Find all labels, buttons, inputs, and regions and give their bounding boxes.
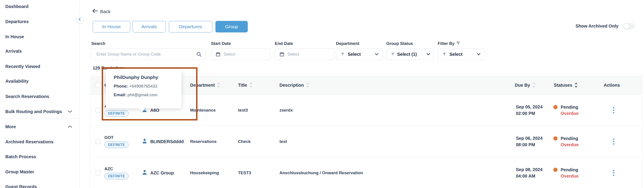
overdue-label: Overdue: [561, 142, 578, 147]
pending-dot-icon: [553, 105, 558, 109]
row-checkbox[interactable]: [96, 108, 100, 113]
status-badge: DEFINITE: [104, 173, 128, 179]
calendar-icon: [216, 52, 220, 57]
sidebar-item-dashboard[interactable]: Dashboard: [0, 3, 79, 10]
tooltip-email: Email: phil@gmail.com: [114, 92, 177, 97]
tooltip-phone: Phone: +64908765432: [114, 84, 177, 89]
select-all-checkbox[interactable]: [96, 83, 100, 88]
pending-dot-icon: [553, 168, 558, 172]
toggle-knob: [624, 24, 629, 29]
column-header-actions: Actions: [604, 75, 620, 95]
row-checkbox[interactable]: [96, 170, 100, 175]
end-date-value: Select: [288, 52, 299, 57]
group-name-cell[interactable]: BLINDERSdddd: [142, 138, 184, 145]
chevron-down-icon: [67, 109, 73, 114]
sidebar-item-more[interactable]: More: [0, 123, 79, 130]
department-label: Department: [336, 41, 360, 46]
person-icon[interactable]: [142, 138, 148, 145]
search-label: Search: [91, 41, 105, 46]
start-date-label: Start Date: [211, 41, 231, 46]
group-status-label: Group Status: [386, 41, 413, 46]
filter-by-select[interactable]: Select: [438, 48, 485, 60]
sidebar-item-recently-viewed[interactable]: Recently Viewed: [0, 63, 79, 70]
end-date-label: End Date: [275, 41, 293, 46]
statuses-cell: Pending Overdue: [553, 136, 578, 147]
tab-group[interactable]: Group: [216, 21, 248, 32]
tab-in-house[interactable]: In House: [93, 21, 130, 32]
due-by-cell: Sep 05, 2024 02:00 PM: [516, 105, 542, 116]
description-cell: test: [280, 139, 287, 144]
start-date-value: Select: [224, 52, 235, 57]
tooltip-contact-name: PhilDunphy Dunphy: [114, 75, 177, 80]
sidebar-item-bulk-routing[interactable]: Bulk Routing and Postings: [0, 108, 79, 115]
group-name-cell[interactable]: AZC Group: [142, 169, 174, 176]
title-cell: TEST3: [238, 170, 251, 175]
sidebar-item-search-reservations[interactable]: Search Reservations: [0, 93, 79, 100]
chevron-down-icon: [374, 52, 379, 57]
department-cell: Housekeeping: [190, 170, 219, 175]
status-badge: DEFINITE: [104, 142, 128, 148]
tab-departures[interactable]: Departures: [169, 21, 212, 32]
search-input[interactable]: [91, 52, 192, 57]
department-value: Select: [348, 52, 361, 57]
person-icon[interactable]: [142, 169, 148, 176]
funnel-icon: [340, 52, 344, 56]
sidebar-item-archived-reservations[interactable]: Archived Reservations: [0, 138, 79, 145]
back-label: Back: [100, 9, 110, 14]
sort-icon: [306, 82, 309, 88]
sidebar-item-departures[interactable]: Departures: [0, 18, 79, 25]
sidebar-item-availability[interactable]: Availability: [0, 78, 79, 84]
row-actions-kebab-icon[interactable]: [610, 137, 618, 146]
funnel-outline-icon: [456, 41, 460, 46]
sidebar-item-batch-process[interactable]: Batch Process: [0, 153, 79, 160]
table-row: AZC DEFINITE AZC Group Housekeeping TEST…: [91, 157, 642, 188]
due-by-cell: Sep 08, 2024 04:00 AM: [516, 167, 542, 179]
group-code-cell: GOT DEFINITE: [104, 135, 128, 148]
row-actions-kebab-icon[interactable]: [610, 168, 618, 177]
group-reservations-page: Dashboard Departures In House Arrivals R…: [0, 0, 644, 188]
column-header-due-by[interactable]: Due By: [515, 75, 536, 95]
statuses-cell: Pending Overdue: [553, 105, 578, 116]
search-field[interactable]: [91, 48, 206, 60]
show-archived-toggle[interactable]: [624, 23, 635, 29]
funnel-icon: [391, 52, 395, 56]
statuses-cell: Pending Overdue: [553, 167, 578, 179]
back-button[interactable]: Back: [92, 9, 110, 15]
chevron-down-icon: [426, 52, 431, 57]
filter-by-value: Select: [450, 52, 462, 57]
row-actions-kebab-icon[interactable]: [610, 106, 618, 115]
group-status-select[interactable]: Select (1): [386, 48, 434, 60]
column-header-description[interactable]: Description: [280, 75, 309, 95]
description-cell: Anschlussbuchung / Onward Reservation: [280, 170, 363, 175]
sidebar-item-arrivals[interactable]: Arrivals: [0, 48, 79, 54]
sort-icon-active: [574, 82, 578, 88]
column-header-department[interactable]: Department: [190, 75, 220, 95]
sidebar-item-guest-records[interactable]: Guest Records: [0, 183, 79, 188]
title-cell: test3: [238, 108, 248, 113]
column-header-statuses[interactable]: Statuses: [554, 75, 578, 95]
status-badge: DEFINITE: [104, 110, 128, 117]
sort-icon: [249, 82, 253, 88]
pending-dot-icon: [553, 136, 558, 141]
start-date-picker[interactable]: Select: [211, 48, 270, 60]
end-date-picker[interactable]: Select: [275, 48, 334, 60]
sidebar-item-in-house[interactable]: In House: [0, 33, 79, 40]
show-archived-only-label: Show Archived Only: [576, 24, 618, 29]
sidebar-item-group-master[interactable]: Group Master: [0, 168, 79, 175]
search-icon[interactable]: [192, 51, 206, 57]
sidebar: Dashboard Departures In House Arrivals R…: [0, 0, 79, 188]
group-code-cell: AZC DEFINITE: [104, 166, 128, 179]
tab-arrivals[interactable]: Arrivals: [132, 21, 166, 32]
row-checkbox[interactable]: [96, 139, 100, 144]
filter-by-label: Filter By: [438, 41, 460, 46]
description-cell: zserdx: [280, 108, 293, 113]
department-cell: Reservations: [190, 139, 216, 144]
overdue-label: Overdue: [561, 111, 578, 116]
funnel-icon: [442, 52, 446, 56]
sidebar-collapse-button[interactable]: [76, 16, 84, 24]
sort-icon: [532, 82, 536, 88]
back-arrow-icon: [92, 9, 98, 15]
column-header-title[interactable]: Title: [238, 75, 253, 95]
title-cell: Check: [238, 139, 251, 144]
department-select[interactable]: Select: [336, 48, 383, 60]
